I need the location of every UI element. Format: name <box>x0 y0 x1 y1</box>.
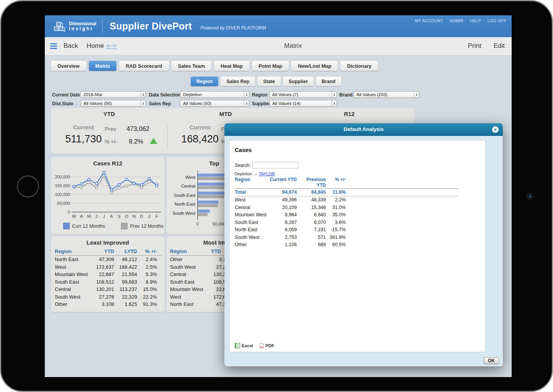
svg-text:D: D <box>140 214 143 219</box>
svg-text:J: J <box>148 214 150 219</box>
filter-value: All Values (56) <box>83 101 141 106</box>
svg-text:Central: Central <box>181 184 195 188</box>
table-row: Other3,1081,62591.3% <box>55 301 162 308</box>
filter-select-current-date[interactable]: 2018-Mar▴▾ <box>80 91 146 98</box>
table-head-row: RegionCurrent YTDPrevious YTD% +/- <box>235 177 459 189</box>
legend-swatch-current <box>63 223 70 229</box>
svg-text:200,000: 200,000 <box>55 175 70 179</box>
tablet-frame: MY ACCOUNTADMINHELPLOG OFF Dimensional <box>0 0 553 392</box>
legend-previous-label: Prev 12 Months <box>130 224 164 229</box>
table-row: South West2,753571381.9% <box>235 234 459 242</box>
svg-text:50,000: 50,000 <box>57 201 70 206</box>
filter-label-data-selection: Data Selection <box>149 92 181 98</box>
svg-text:0: 0 <box>196 222 199 226</box>
search-row: Search: <box>235 162 298 168</box>
svg-text:M: M <box>87 214 91 219</box>
excel-export-button[interactable]: Excel <box>235 343 253 348</box>
ytd-pct-label: % +/- <box>105 139 117 145</box>
export-row: Excel PDF <box>235 343 274 348</box>
search-label: Search: <box>235 163 250 168</box>
table-row: Central20,10915,34631.0% <box>235 204 459 212</box>
breadcrumb: Depletion → TAYLOR <box>234 172 275 176</box>
svg-text:West: West <box>185 175 196 180</box>
svg-text:F: F <box>155 214 158 219</box>
breadcrumb-prefix: Depletion <box>234 172 252 176</box>
filter-value: All Values (7) <box>272 92 332 97</box>
camera-circle-icon <box>17 175 39 198</box>
stepper-icon: ▴▾ <box>332 91 337 98</box>
filter-label-sales-rep: Sales Rep <box>149 101 171 106</box>
filter-value: All Values (14) <box>272 101 332 106</box>
cases-r12-title: Cases R12 <box>51 160 165 167</box>
search-input[interactable] <box>252 162 298 168</box>
least-improved-card: Least Improved RegionYTDLYTD% +/-North E… <box>51 236 165 312</box>
svg-text:100,000: 100,000 <box>55 192 70 197</box>
stepper-icon: ▴▾ <box>244 91 249 98</box>
r12-header: R12 <box>284 111 415 117</box>
svg-text:J: J <box>95 214 98 219</box>
table-row: Other1,10668960.5% <box>235 241 459 249</box>
filter-label-current-date: Current Date <box>52 92 80 98</box>
stepper-icon: ▴▾ <box>332 100 337 106</box>
table-row: Mountain West8,9646,64035.0% <box>235 211 459 219</box>
stepper-icon: ▴▾ <box>141 100 146 106</box>
least-improved-title: Least Improved <box>51 239 165 246</box>
legend-swatch-previous <box>121 223 128 229</box>
filter-select-dist-state[interactable]: All Values (56)▴▾ <box>80 100 146 107</box>
svg-text:M: M <box>72 214 76 219</box>
table-row: North East6,0597,191-15.7% <box>235 226 459 234</box>
ytd-pct-value: 8.2% <box>118 138 143 145</box>
modal-panel: Cases Search: Depletion → TAYLOR RegionC… <box>229 140 486 352</box>
legend-current-label: Curr 12 Months <box>72 224 105 229</box>
table-total-row: Total94,67484,84511.6% <box>235 189 459 196</box>
table-head-row: RegionYTDLYTD% +/- <box>55 248 162 256</box>
mtd-header: MTD <box>167 111 284 117</box>
pdf-icon <box>259 343 264 348</box>
table-row: Central130,201113,23715.0% <box>55 286 162 293</box>
filter-value: All Values (203) <box>357 92 414 97</box>
ok-button[interactable]: OK <box>484 357 499 364</box>
chart-legend: Curr 12 Months Prev 12 Months <box>63 223 164 229</box>
svg-text:150,000: 150,000 <box>55 183 70 188</box>
taylor-link[interactable]: TAYLOR <box>259 172 275 176</box>
ytd-header: YTD <box>51 111 167 117</box>
svg-text:50,000: 50,000 <box>212 222 226 226</box>
svg-text:S: S <box>118 214 121 219</box>
filter-select-brand[interactable]: All Values (203)▴▾ <box>353 91 419 98</box>
table-row: West172,637168,4222.5% <box>55 263 162 271</box>
svg-text:North East: North East <box>175 202 196 206</box>
filter-select-data-selection[interactable]: Depletion▴▾ <box>180 91 249 98</box>
ytd-prev-label: Prev <box>105 126 116 132</box>
filter-label-brand: Brand <box>339 92 353 98</box>
least-improved-table: RegionYTDLYTD% +/-North East47,30946,212… <box>55 248 162 308</box>
svg-text:N: N <box>133 214 136 219</box>
ytd-prev-value: 473,062 <box>118 125 149 132</box>
default-analysis-modal: Default Analysis ✕ Cases Search: Depleti… <box>224 123 503 366</box>
svg-text:A: A <box>110 214 113 219</box>
filter-label-region: Region <box>252 92 268 98</box>
filter-value: All Values (50) <box>183 101 244 106</box>
modal-header[interactable]: Default Analysis ✕ <box>224 123 503 136</box>
svg-text:O: O <box>125 214 128 219</box>
svg-text:J: J <box>103 214 105 219</box>
pdf-export-button[interactable]: PDF <box>259 343 274 348</box>
stepper-icon: ▴▾ <box>414 91 419 98</box>
stepper-icon: ▴▾ <box>141 91 146 98</box>
close-icon[interactable]: ✕ <box>492 126 499 133</box>
table-row: West49,39648,3392.2% <box>235 196 459 204</box>
filter-label-dist-state: Dist.State <box>52 101 73 106</box>
excel-icon <box>235 343 240 348</box>
table-row: South East6,2876,0703.6% <box>235 219 459 227</box>
app-screen: MY ACCOUNTADMINHELPLOG OFF Dimensional <box>45 15 512 377</box>
table-row: South East108,51299,6838.9% <box>55 278 162 286</box>
filter-select-region[interactable]: All Values (7)▴▾ <box>269 91 337 98</box>
modal-title: Default Analysis <box>224 126 503 132</box>
filter-select-sales-rep[interactable]: All Values (50)▴▾ <box>180 100 249 107</box>
svg-text:A: A <box>80 214 83 219</box>
cases-r12-line-chart: 050,000100,000150,000200,000MAMJJASONDJF <box>52 168 163 222</box>
svg-text:0: 0 <box>68 210 70 214</box>
filter-select-supplier[interactable]: All Values (14)▴▾ <box>269 100 337 107</box>
table-row: South West27,27622,32922.2% <box>55 293 162 301</box>
svg-text:South East: South East <box>174 193 196 198</box>
trend-up-icon <box>150 138 157 144</box>
